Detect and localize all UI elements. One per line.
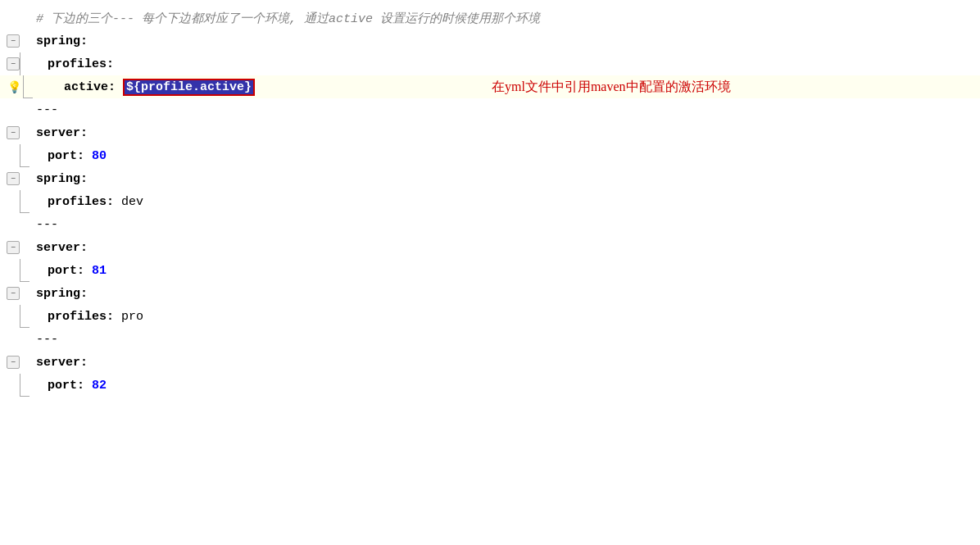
gutter-port2a [7, 264, 20, 277]
fold-icon-server2[interactable]: − [7, 241, 20, 254]
fold-icon-server1[interactable]: − [7, 126, 20, 139]
active-value-selected[interactable]: ${profile.active} [123, 79, 255, 96]
port3-key: port: [48, 379, 92, 393]
profiles1-key: profiles: [48, 57, 114, 71]
port2-value: 81 [92, 264, 107, 278]
editor-container: # 下边的三个--- 每个下边都对应了一个环境, 通过active 设置运行的时… [0, 0, 980, 545]
line-spring3: − spring: [0, 282, 980, 305]
connector-profiles3 [20, 305, 29, 328]
bulb-icon[interactable]: 💡 [7, 79, 21, 94]
port1-value: 80 [92, 149, 107, 163]
line-active: 💡 active: ${profile.active} 在yml文件中引用mav… [0, 75, 980, 98]
line-comment: # 下边的三个--- 每个下边都对应了一个环境, 通过active 设置运行的时… [0, 7, 980, 30]
connector-port2 [20, 259, 29, 282]
port2-content: port: 81 [31, 264, 980, 278]
gutter-profiles3a [7, 310, 20, 323]
spring3-content: spring: [33, 287, 980, 301]
fold-icon-spring1[interactable]: − [7, 34, 20, 48]
connector-port3 [20, 374, 29, 397]
fold-icon-profiles1[interactable]: − [7, 57, 20, 70]
gutter-server1b [20, 126, 33, 139]
gutter-port3a [7, 379, 20, 392]
sep1-text: --- [33, 103, 980, 117]
sep2-text: --- [33, 218, 980, 232]
line-server1: − server: [0, 121, 980, 144]
fold-icon-spring2[interactable]: − [7, 172, 20, 185]
spring3-key: spring: [36, 287, 88, 301]
sep3-text: --- [33, 333, 980, 347]
port1-key: port: [48, 149, 92, 163]
gutter-server3b [20, 356, 33, 369]
connector-profiles2 [20, 190, 29, 213]
line-port1: port: 80 [0, 144, 980, 167]
gutter-placeholder3 [20, 34, 33, 48]
gutter-sep2b [20, 218, 33, 231]
spring2-content: spring: [33, 172, 980, 186]
gutter-sep1a [7, 103, 20, 116]
line-server3: − server: [0, 351, 980, 374]
server2-key: server: [36, 241, 88, 255]
port1-content: port: 80 [31, 149, 980, 163]
spring1-content: spring: [33, 34, 980, 48]
line-sep1: --- [0, 98, 980, 121]
gutter-profiles2a [7, 195, 20, 208]
active-content: active: ${profile.active} 在yml文件中引用maven… [34, 79, 980, 96]
profiles2-content: profiles: dev [31, 195, 980, 209]
line-sep3: --- [0, 328, 980, 351]
server3-key: server: [36, 356, 88, 370]
connector-profiles1 [20, 52, 29, 75]
gutter-port1a [7, 149, 20, 162]
server1-content: server: [33, 126, 980, 140]
port2-key: port: [48, 264, 92, 278]
server2-content: server: [33, 241, 980, 255]
line-sep2: --- [0, 213, 980, 236]
gutter-spring3b [20, 287, 33, 300]
port3-value: 82 [92, 379, 107, 393]
line-server2: − server: [0, 236, 980, 259]
line-profiles2: profiles: dev [0, 190, 980, 213]
port3-content: port: 82 [31, 379, 980, 393]
server1-key: server: [36, 126, 88, 140]
spring1-key: spring: [36, 34, 88, 48]
gutter-sep2a [7, 218, 20, 231]
annotation-text: 在yml文件中引用maven中配置的激活环境 [492, 79, 731, 96]
line-port3: port: 82 [0, 374, 980, 397]
line-spring1: − spring: [0, 30, 980, 52]
gutter-placeholder2 [20, 11, 33, 25]
line-profiles3: profiles: pro [0, 305, 980, 328]
profiles2-key: profiles: [48, 195, 121, 209]
code-area: # 下边的三个--- 每个下边都对应了一个环境, 通过active 设置运行的时… [0, 0, 980, 403]
line-spring2: − spring: [0, 167, 980, 190]
profiles3-content: profiles: pro [31, 310, 980, 324]
gutter-server2b [20, 241, 33, 254]
profiles3-key: profiles: [48, 310, 121, 324]
comment-text: # 下边的三个--- 每个下边都对应了一个环境, 通过active 设置运行的时… [33, 11, 980, 26]
fold-icon-server3[interactable]: − [7, 356, 20, 369]
profiles3-value: pro [121, 310, 143, 324]
active-key-label: active: [64, 80, 123, 94]
spring2-key: spring: [36, 172, 88, 186]
line-port2: port: 81 [0, 259, 980, 282]
gutter-sep3a [7, 333, 20, 346]
server3-content: server: [33, 356, 980, 370]
line-profiles1: − profiles: [0, 52, 980, 75]
gutter-sep3b [20, 333, 33, 346]
fold-icon-spring3[interactable]: − [7, 287, 20, 300]
connector-port1 [20, 144, 29, 167]
profiles2-value: dev [121, 195, 143, 209]
profiles1-content: profiles: [31, 57, 980, 71]
gutter-sep1b [20, 103, 33, 116]
gutter-spring2b [20, 172, 33, 185]
gutter-placeholder [7, 11, 20, 25]
connector-active [23, 75, 33, 98]
